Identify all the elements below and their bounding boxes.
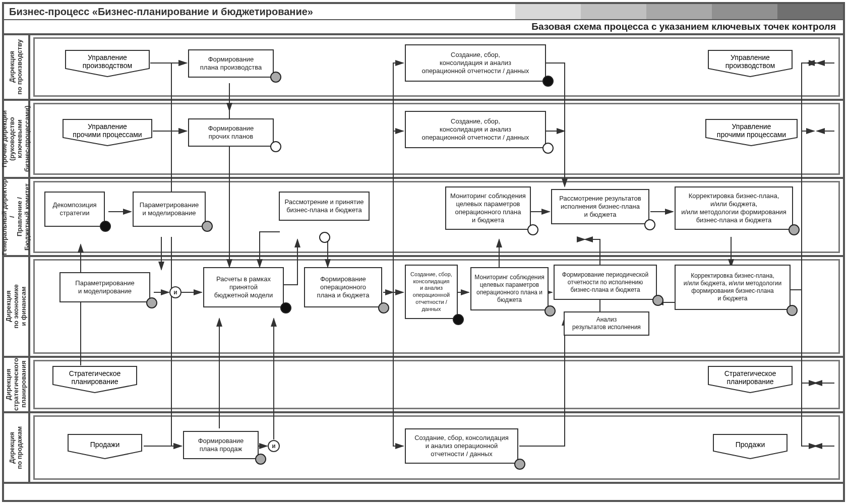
control-point-gray [652,295,663,306]
diagram-subtitle: Базовая схема процесса с указанием ключе… [531,21,836,32]
box-monitoring-fin: Мониторинг соблюденияцелевых параметрово… [470,267,549,310]
ext-process-production-left: Управлениепроизводством [65,49,150,78]
control-point-gray [786,305,798,316]
control-point-gray [544,305,556,317]
lane-label-production: Дирекцияпо производству [4,35,30,99]
gate-and: и [169,286,182,298]
box-review-results: Рассмотрение результатовисполнения бизне… [551,189,649,224]
swimlanes: Дирекцияпо производству Прочие дирекции(… [4,35,843,498]
control-point-gray [789,224,800,235]
ext-process-strategy-left: Стратегическоепланирование [52,365,138,394]
control-point-white [644,219,655,230]
subtitle-bar: Базовая схема процесса с указанием ключе… [4,20,843,35]
box-consolidation-fin: Создание, сбор,консолидацияи анализопера… [405,265,458,319]
box-consolidation-sales: Создание, сбор, консолидацияи анализ опе… [405,428,518,464]
box-form-other-plans: Формированиепрочих планов [188,118,274,147]
box-form-production-plan: Формированиеплана производства [188,49,274,78]
box-correction-fin: Корректировка бизнес-плана,и/или бюджета… [675,265,791,310]
lane-label-strategy: Дирекциястратегическогопланирования [4,358,30,411]
ext-process-sales-left: Продажи [67,433,143,460]
control-point-gray [255,454,266,465]
control-point-gray [514,459,525,470]
ext-process-sales-right: Продажи [712,433,788,460]
box-form-op-plan: Формированиеоперационногоплана и бюджета [304,267,382,307]
lane-label-other: Прочие дирекции(руководство ключевымибиз… [4,101,30,177]
box-consolidation-prod: Создание, сбор,консолидация и анализопер… [405,44,546,82]
box-parametrization-fin: Параметрированиеи моделирование [59,272,150,302]
ext-process-other-left: Управлениепрочими процессами [62,118,153,147]
gate-and: и [268,440,280,452]
control-point-gray [146,297,157,308]
ext-process-other-right: Управлениепрочими процессами [705,118,798,147]
control-point-black [100,221,111,232]
lane-label-ceo: Генеральный директор /Правление /Бюджетн… [4,179,30,255]
control-point-gray [270,72,281,83]
box-review-bp-budget: Рассмотрение и принятиебизнес-плана и бю… [279,192,370,221]
box-correction-ceo: Корректировка бизнес-плана,и/или бюджета… [675,186,793,230]
box-monitoring-ceo: Мониторинг соблюденияцелевых параметрово… [445,186,531,230]
box-form-sales-plan: Формированиеплана продаж [183,431,259,459]
control-point-black [453,314,464,325]
diagram-title: Бизнес-процесс «Бизнес-планирование и бю… [4,6,515,18]
box-parametrization-ceo: Параметрированиеи моделирование [133,192,206,227]
control-point-gray [378,302,389,313]
control-point-white [542,143,554,154]
ext-process-production-right: Управлениепроизводством [707,49,793,78]
lane-label-finance: Дирекцияпо экономикеи финансам [4,257,30,356]
title-bar: Бизнес-процесс «Бизнес-планирование и бю… [4,4,843,20]
control-point-white [319,232,330,243]
box-periodic-report: Формирование периодическойотчетности по … [554,265,657,300]
control-point-white [270,141,281,152]
lane-label-sales: Дирекцияпо продажам [4,413,30,482]
control-point-white [527,224,538,235]
control-point-black [280,302,291,313]
box-decomp-strategy: Декомпозициястратегии [44,192,105,227]
box-budget-calc: Расчеты в рамкахпринятойбюджетной модели [203,267,284,307]
control-point-gray [202,221,213,232]
ext-process-strategy-right: Стратегическоепланирование [707,365,793,394]
control-point-black [542,76,554,87]
title-stripes [515,4,843,19]
box-consolidation-other: Создание, сбор,консолидация и анализопер… [405,111,546,148]
box-analysis: Анализрезультатов исполнения [564,311,649,336]
